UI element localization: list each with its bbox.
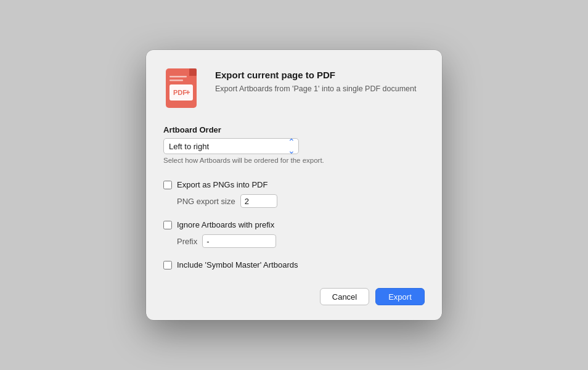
ignore-artboards-section: Ignore Artboards with prefix Prefix [163,214,425,254]
artboard-order-hint: Select how Artboards will be ordered for… [163,157,425,164]
png-size-row: PNG export size [163,194,425,208]
artboard-order-label: Artboard Order [163,125,425,134]
export-pngs-checkbox[interactable] [163,181,172,189]
pdf-icon: PDF + [163,67,205,113]
include-symbol-masters-label[interactable]: Include 'Symbol Master' Artboards [177,260,298,269]
png-size-label: PNG export size [177,197,235,206]
prefix-input[interactable] [202,234,276,248]
dialog-footer: Cancel Export [163,288,425,305]
dialog-subtitle: Export Artboards from 'Page 1' into a si… [215,84,416,95]
svg-rect-5 [169,76,187,78]
svg-rect-1 [189,68,197,76]
artboard-order-select[interactable]: Left to right Top to bottom By name [163,138,299,154]
ignore-artboards-row: Ignore Artboards with prefix [163,220,425,229]
dialog-title: Export current page to PDF [215,70,416,80]
prefix-row: Prefix [163,234,425,248]
include-symbol-masters-checkbox[interactable] [163,261,172,269]
export-pngs-row: Export as PNGs into PDF [163,180,425,189]
artboard-order-section: Artboard Order Left to right Top to bott… [163,125,425,164]
dialog-header: PDF + Export current page to PDF Export … [163,67,425,113]
export-pngs-section: Export as PNGs into PDF PNG export size [163,174,425,214]
svg-text:+: + [186,88,190,97]
export-button[interactable]: Export [375,288,425,305]
svg-text:PDF: PDF [173,89,187,96]
png-size-input[interactable] [240,194,277,208]
cancel-button[interactable]: Cancel [320,288,369,305]
export-pdf-dialog: PDF + Export current page to PDF Export … [146,50,442,320]
header-text: Export current page to PDF Export Artboa… [215,67,416,95]
artboard-order-select-wrapper[interactable]: Left to right Top to bottom By name ⌃⌄ [163,138,299,154]
ignore-artboards-checkbox[interactable] [163,221,172,229]
prefix-label: Prefix [177,237,197,246]
include-symbol-masters-row: Include 'Symbol Master' Artboards [163,260,425,269]
ignore-artboards-label[interactable]: Ignore Artboards with prefix [177,220,274,229]
svg-rect-6 [169,80,183,81]
export-pngs-label[interactable]: Export as PNGs into PDF [177,180,267,189]
include-symbol-masters-section: Include 'Symbol Master' Artboards [163,254,425,276]
